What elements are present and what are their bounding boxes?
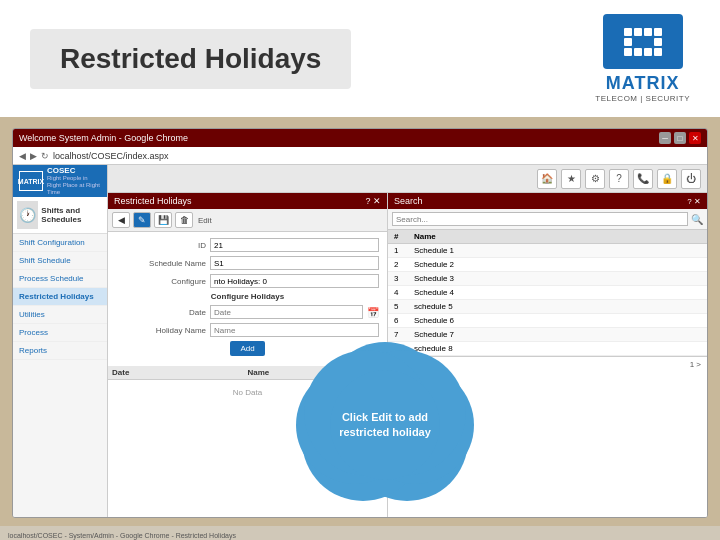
app-header: MATRIX COSEC Right People in Right Place… <box>13 165 107 197</box>
bottom-bar: localhost/COSEC - System/Admin - Google … <box>0 526 720 540</box>
forward-icon[interactable]: ▶ <box>30 151 37 161</box>
date-input[interactable] <box>210 305 363 319</box>
row-name: Schedule 3 <box>414 274 701 283</box>
calendar-icon[interactable]: 📅 <box>367 307 379 318</box>
browser-close-btn[interactable]: ✕ <box>689 132 701 144</box>
power-toolbar-btn[interactable]: ⏻ <box>681 169 701 189</box>
panel-close-icon[interactable]: ? ✕ <box>365 196 381 206</box>
row-id: 2 <box>394 260 414 269</box>
browser-title: Welcome System Admin - Google Chrome <box>19 133 656 143</box>
app-logo: MATRIX <box>19 171 43 191</box>
pagination-text[interactable]: 1 > <box>690 360 701 369</box>
id-input[interactable] <box>210 238 379 252</box>
date-label: Date <box>116 308 206 317</box>
schedule-list-title: Search <box>394 196 423 206</box>
brand-name: MATRIX <box>606 73 680 94</box>
row-name: Schedule 7 <box>414 330 701 339</box>
table-row[interactable]: 3 Schedule 3 <box>388 272 707 286</box>
row-name: Schedule 6 <box>414 316 701 325</box>
form-row-date: Date 📅 <box>116 305 379 319</box>
holiday-name-input[interactable] <box>210 323 379 337</box>
sidebar-item-utilities[interactable]: Utilities <box>13 306 107 324</box>
table-row[interactable]: 2 Schedule 2 <box>388 258 707 272</box>
row-id: 8 <box>394 344 414 353</box>
table-row[interactable]: 5 schedule 5 <box>388 300 707 314</box>
schedule-list-header: Search ? ✕ <box>388 193 707 209</box>
sidebar-item-restricted-holidays[interactable]: Restricted Holidays <box>13 288 107 306</box>
home-toolbar-btn[interactable]: 🏠 <box>537 169 557 189</box>
configure-input[interactable] <box>210 274 379 288</box>
row-id: 7 <box>394 330 414 339</box>
row-name: schedule 8 <box>414 344 701 353</box>
panel-toolbar: ◀ ✎ 💾 🗑 Edit <box>108 209 387 232</box>
search-icon[interactable]: 🔍 <box>688 214 703 225</box>
nav-header: 🕐 Shifts and Schedules <box>13 197 107 234</box>
back-icon[interactable]: ◀ <box>19 151 26 161</box>
panel-title: Restricted Holidays <box>114 196 192 206</box>
cosec-label: COSEC <box>47 166 101 175</box>
form-area: ID Schedule Name Configure Configure Hol… <box>108 232 387 366</box>
schedule-name-input[interactable] <box>210 256 379 270</box>
app-logo-text: MATRIX <box>18 178 44 185</box>
browser-addressbar: ◀ ▶ ↻ localhost/COSEC/index.aspx <box>13 147 707 165</box>
table-row[interactable]: 8 schedule 8 <box>388 342 707 356</box>
table-row[interactable]: 6 Schedule 6 <box>388 314 707 328</box>
matrix-logo: MATRIX TELECOM | SECURITY <box>595 14 690 103</box>
bottom-bar-text: localhost/COSEC - System/Admin - Google … <box>8 532 236 539</box>
form-row-schedule-name: Schedule Name <box>116 256 379 270</box>
edit-label: Edit <box>198 216 212 225</box>
holiday-name-label: Holiday Name <box>116 326 206 335</box>
settings-toolbar-btn[interactable]: ⚙ <box>585 169 605 189</box>
brand-sub: TELECOM | SECURITY <box>595 94 690 103</box>
edit-panel-btn[interactable]: ✎ <box>133 212 151 228</box>
add-button[interactable]: Add <box>230 341 264 356</box>
row-id: 3 <box>394 274 414 283</box>
save-panel-btn[interactable]: 💾 <box>154 212 172 228</box>
phone-toolbar-btn[interactable]: 📞 <box>633 169 653 189</box>
sidebar-item-process-schedule[interactable]: Process Schedule <box>13 270 107 288</box>
browser-maximize-btn[interactable]: □ <box>674 132 686 144</box>
app-toolbar: 🏠 ★ ⚙ ? 📞 🔒 ⏻ <box>108 165 707 193</box>
col-date-header: Date <box>112 368 248 377</box>
table-row[interactable]: 7 Schedule 7 <box>388 328 707 342</box>
page-title: Restricted Holidays <box>60 43 321 75</box>
lock-toolbar-btn[interactable]: 🔒 <box>657 169 677 189</box>
app-tagline: Right People in Right Place at Right Tim… <box>47 175 101 197</box>
holidays-panel: Restricted Holidays ? ✕ ◀ ✎ 💾 🗑 Edit <box>108 193 388 517</box>
browser-minimize-btn[interactable]: ─ <box>659 132 671 144</box>
configure-holidays-title: Configure Holidays <box>116 292 379 301</box>
form-row-id: ID <box>116 238 379 252</box>
address-bar[interactable]: localhost/COSEC/index.aspx <box>53 151 701 161</box>
sidebar-item-process[interactable]: Process <box>13 324 107 342</box>
matrix-logo-icon <box>603 14 683 69</box>
app-sidebar: MATRIX COSEC Right People in Right Place… <box>13 165 108 517</box>
pagination: 1 > <box>388 356 707 372</box>
row-name: Schedule 4 <box>414 288 701 297</box>
sch-name-col-header: Name <box>414 232 701 241</box>
schedule-list-controls: ? ✕ <box>687 197 701 206</box>
id-label: ID <box>116 241 206 250</box>
star-toolbar-btn[interactable]: ★ <box>561 169 581 189</box>
row-id: 1 <box>394 246 414 255</box>
sidebar-item-reports[interactable]: Reports <box>13 342 107 360</box>
search-input[interactable] <box>392 212 688 226</box>
row-id: 6 <box>394 316 414 325</box>
sidebar-item-shift-config[interactable]: Shift Configuration <box>13 234 107 252</box>
help-toolbar-btn[interactable]: ? <box>609 169 629 189</box>
back-panel-btn[interactable]: ◀ <box>112 212 130 228</box>
cloud-callout: Click Edit to add restricted holiday <box>330 370 440 480</box>
schedule-name-label: Schedule Name <box>116 259 206 268</box>
row-id: 4 <box>394 288 414 297</box>
nav-icon: 🕐 <box>17 201 38 229</box>
row-name: schedule 5 <box>414 302 701 311</box>
sidebar-item-shift-schedule[interactable]: Shift Schedule <box>13 252 107 270</box>
table-header: Date Name <box>108 366 387 380</box>
row-name: Schedule 2 <box>414 260 701 269</box>
table-row[interactable]: 4 Schedule 4 <box>388 286 707 300</box>
table-row[interactable]: 1 Schedule 1 <box>388 244 707 258</box>
refresh-icon[interactable]: ↻ <box>41 151 49 161</box>
form-row-holiday-name: Holiday Name <box>116 323 379 337</box>
delete-panel-btn[interactable]: 🗑 <box>175 212 193 228</box>
browser-titlebar: Welcome System Admin - Google Chrome ─ □… <box>13 129 707 147</box>
top-header: Restricted Holidays MATRIX TELECOM | SEC… <box>0 0 720 120</box>
